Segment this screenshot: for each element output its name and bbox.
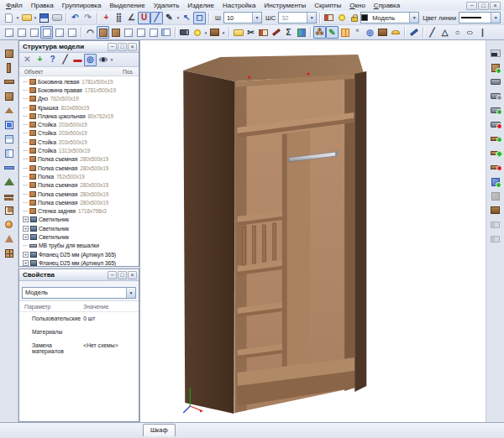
save-icon[interactable]: [38, 12, 50, 24]
tree-item[interactable]: Стенка задняя1718x798x3: [19, 206, 139, 215]
chevron-down-icon[interactable]: ▼: [126, 288, 135, 298]
view-textured-icon[interactable]: [40, 26, 53, 39]
paint-icon[interactable]: [270, 26, 282, 39]
warehouse-icon[interactable]: [376, 26, 389, 39]
render-window-icon[interactable]: [489, 47, 501, 60]
measure-icon[interactable]: ✎: [163, 12, 176, 24]
draw-axis-icon[interactable]: |: [476, 26, 489, 39]
menu-scripts[interactable]: Скрипты: [310, 0, 345, 11]
materials-icon-dropdown[interactable]: ▾: [221, 30, 226, 35]
expand-icon[interactable]: +: [23, 226, 29, 232]
column-object[interactable]: Объект: [24, 69, 43, 75]
view-persp-icon[interactable]: [53, 26, 66, 39]
view-hidden-icon[interactable]: [15, 26, 28, 39]
expand-icon[interactable]: +: [23, 260, 29, 266]
panel-ghost-icon[interactable]: [489, 190, 501, 202]
menu-edit[interactable]: Правка: [27, 0, 58, 11]
sum-icon[interactable]: Σ: [282, 26, 295, 39]
rotated-panel-icon[interactable]: [3, 204, 15, 216]
light-toggle-icon[interactable]: [335, 12, 348, 24]
property-row[interactable]: Пользовательские0 шт: [19, 312, 139, 326]
tree-item[interactable]: Полка съемная280x500x19: [19, 190, 139, 198]
expand-icon[interactable]: +: [23, 234, 29, 240]
line-snap-icon[interactable]: ╱: [150, 12, 163, 24]
clamp-settings-icon[interactable]: [489, 90, 501, 102]
visibility-icon-dropdown[interactable]: ▾: [109, 57, 114, 62]
structure-float-button[interactable]: □: [118, 43, 127, 51]
menu-product[interactable]: Изделие: [183, 0, 218, 11]
sphere-primitive-icon[interactable]: [3, 218, 15, 231]
cone-primitive-icon[interactable]: [3, 232, 15, 245]
shelf-panel-icon[interactable]: [3, 76, 15, 88]
panel-width-combo[interactable]: 10▼: [223, 12, 262, 23]
visibility-icon[interactable]: [97, 54, 109, 66]
tree-item[interactable]: +Светильник: [19, 216, 139, 224]
select-frame-icon[interactable]: ◻: [193, 12, 206, 24]
materials-icon[interactable]: [208, 26, 221, 39]
minimize-button[interactable]: −: [466, 2, 477, 10]
tree-item[interactable]: +Фланец D25 мм (Артикул 365): [19, 250, 139, 258]
edge-remove-icon[interactable]: [489, 161, 501, 174]
select-cursor-icon[interactable]: ↖: [181, 12, 193, 24]
edge-add-icon[interactable]: [489, 133, 501, 145]
help-pick-icon[interactable]: ?: [46, 54, 59, 66]
properties-close-button[interactable]: ×: [128, 271, 137, 279]
tree-item[interactable]: Стойка203x500x19: [19, 120, 139, 128]
new-file-icon[interactable]: [3, 12, 15, 24]
render-material-icon[interactable]: [109, 26, 122, 39]
restore-button[interactable]: □: [478, 2, 489, 10]
add-element-icon[interactable]: +: [34, 54, 46, 66]
print-icon[interactable]: [50, 12, 63, 24]
magnet-snap-icon[interactable]: U: [138, 12, 150, 24]
clamp-add-icon[interactable]: [489, 104, 501, 117]
tree-item[interactable]: Полка762x500x19: [19, 172, 139, 180]
tree-item[interactable]: Стойка203x500x19: [19, 129, 139, 138]
edge-remove-line-icon[interactable]: ▬: [71, 54, 84, 66]
zoom-to-element-icon[interactable]: ◎: [84, 54, 97, 66]
grid-snap-icon[interactable]: ⣿: [113, 12, 125, 24]
texture-brush-icon[interactable]: [407, 26, 420, 39]
document-tab[interactable]: Шкаф: [143, 424, 176, 436]
layer-combo[interactable]: Модель▼: [360, 12, 419, 23]
tree-item[interactable]: Боковина правая1781x500x19: [19, 86, 139, 94]
menu-selection[interactable]: Выделение: [105, 0, 149, 11]
rotate-view-icon[interactable]: ◠: [84, 26, 97, 39]
column-position[interactable]: Поз.: [123, 69, 134, 75]
tree-item[interactable]: МВ трубы для вешалки: [19, 242, 139, 250]
edit-model-icon[interactable]: ✎: [326, 26, 339, 39]
open-file-icon[interactable]: [20, 12, 33, 24]
structure-minimize-button[interactable]: −: [108, 43, 117, 51]
edge-line-icon[interactable]: ╱: [59, 54, 71, 66]
axes-snap-icon[interactable]: +: [100, 12, 113, 24]
base-board-icon[interactable]: [3, 161, 15, 174]
report-icon[interactable]: [257, 26, 270, 39]
draw-ellipse-icon[interactable]: ○: [464, 26, 476, 39]
menu-settings[interactable]: Настройка: [218, 0, 260, 11]
angle-snap-icon[interactable]: ∠: [125, 12, 138, 24]
tree-item[interactable]: +Светильник: [19, 232, 139, 241]
tree-item[interactable]: +Фланец D25 мм (Артикул 365): [19, 258, 139, 266]
edge-apply-icon[interactable]: [489, 147, 501, 159]
plinth-boards-icon[interactable]: [3, 190, 15, 202]
cut-icon[interactable]: ✂: [244, 26, 257, 39]
menu-help[interactable]: Справка: [370, 0, 404, 11]
render-wire2-icon[interactable]: [134, 26, 147, 39]
view-ortho-icon[interactable]: [66, 26, 78, 39]
view-wire-icon[interactable]: [3, 26, 15, 39]
chevron-down-icon[interactable]: ▼: [491, 13, 500, 23]
estimate-icon[interactable]: [295, 26, 307, 39]
wardrobe-3d-view[interactable]: [140, 40, 486, 422]
camera-icon[interactable]: [178, 26, 191, 39]
catalog2-icon[interactable]: [489, 232, 501, 245]
horizontal-section-icon[interactable]: [3, 133, 15, 145]
structure-close-button[interactable]: ×: [128, 43, 137, 51]
view-shaded-icon[interactable]: [28, 26, 40, 39]
side-panel-icon[interactable]: [3, 61, 15, 74]
layout-panel-icon[interactable]: [160, 26, 172, 39]
lock-icon[interactable]: [348, 12, 360, 24]
undo-icon[interactable]: ↶: [69, 12, 81, 24]
briefcase-icon[interactable]: [232, 26, 244, 39]
menu-file[interactable]: Файл: [2, 0, 27, 11]
mirror-icon[interactable]: [3, 118, 15, 131]
clamp-icon[interactable]: [489, 76, 501, 88]
